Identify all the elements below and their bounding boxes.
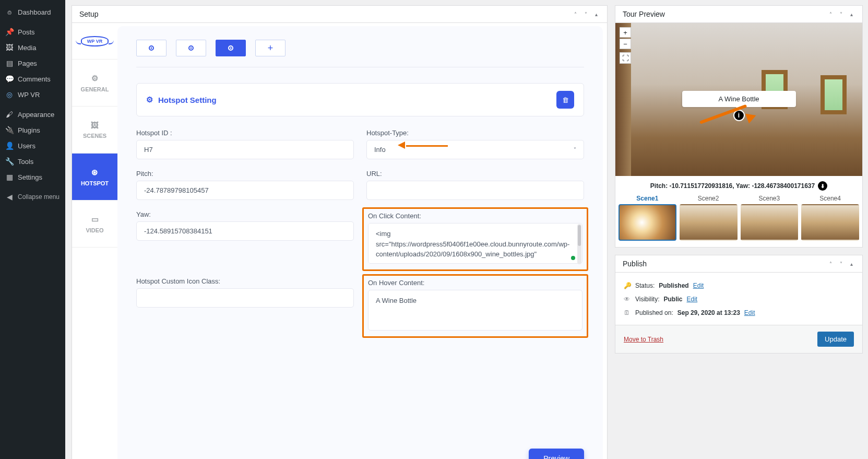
- wpvr-logo-text: WP VR: [81, 36, 109, 46]
- onhover-textarea[interactable]: [368, 290, 582, 331]
- menu-users[interactable]: 👤Users: [0, 138, 65, 154]
- preview-button[interactable]: Preview: [529, 449, 584, 459]
- panel-down-icon[interactable]: ˅: [837, 260, 845, 267]
- eye-icon: 👁: [624, 296, 631, 303]
- fullscreen-button[interactable]: ⛶: [620, 52, 631, 64]
- hotspot-type-select[interactable]: Info ˅: [366, 140, 584, 159]
- comment-icon: 💬: [5, 75, 14, 83]
- visibility-label: Visibility:: [635, 296, 659, 303]
- hotspot-form: + ⚙ Hotspot Setting 🗑 Hotspot ID: [117, 26, 603, 459]
- scene-4-thumbnail: [801, 204, 859, 241]
- onclick-textarea[interactable]: [368, 223, 582, 264]
- scene-2-label: Scene2: [680, 195, 738, 202]
- scene-thumb-4[interactable]: Scene4: [801, 195, 859, 241]
- icon-class-label: Hotspot Custom Icon Class:: [136, 277, 354, 285]
- pitch-input[interactable]: [136, 181, 354, 200]
- delete-hotspot-button[interactable]: 🗑: [556, 91, 574, 109]
- hotspot-type-label: Hotspot-Type:: [366, 129, 584, 137]
- dashboard-icon: ⌾: [5, 8, 14, 16]
- scene-thumb-3[interactable]: Scene3: [741, 195, 799, 241]
- menu-posts[interactable]: 📌Posts: [0, 24, 65, 40]
- setup-panel-header: Setup ˄ ˅ ▴: [72, 6, 607, 23]
- scene-3-thumbnail: [741, 204, 799, 241]
- hotspot-selector-1[interactable]: [136, 40, 167, 56]
- trash-icon: 🗑: [562, 96, 569, 104]
- panel-up-icon[interactable]: ˄: [827, 10, 834, 18]
- menu-media[interactable]: 🖼Media: [0, 40, 65, 55]
- status-edit-link[interactable]: Edit: [693, 282, 704, 289]
- wrench-icon: 🔧: [5, 157, 14, 166]
- hotspot-section-header: ⚙ Hotspot Setting 🗑: [136, 83, 584, 116]
- scene-thumb-2[interactable]: Scene2: [680, 195, 738, 241]
- menu-plugins[interactable]: 🔌Plugins: [0, 122, 65, 138]
- move-to-trash-link[interactable]: Move to Trash: [624, 336, 663, 343]
- tab-video[interactable]: ▭ VIDEO: [72, 201, 117, 248]
- hotspot-type-value: Info: [374, 146, 386, 154]
- hotspot-tooltip: A Wine Bottle: [682, 91, 795, 107]
- hotspot-selector-3[interactable]: [216, 40, 246, 56]
- panel-toggle-icon[interactable]: ▴: [592, 10, 600, 18]
- hotspot-id-input[interactable]: [136, 140, 354, 159]
- pin-icon: 📌: [5, 28, 14, 36]
- status-value: Published: [659, 282, 688, 289]
- brush-icon: 🖌: [5, 110, 14, 119]
- hotspot-add[interactable]: +: [255, 40, 286, 56]
- section-title: Hotspot Setting: [158, 96, 217, 104]
- field-url: URL:: [366, 170, 584, 200]
- onhover-highlight-annotation: On Hover Content:: [362, 274, 588, 338]
- publish-visibility-row: 👁 Visibility: Public Edit: [615, 292, 862, 306]
- url-input[interactable]: [366, 181, 584, 200]
- gear-icon: ⚙: [91, 74, 98, 83]
- annotation-arrow: [700, 121, 752, 134]
- tab-general[interactable]: ⚙ GENERAL: [72, 60, 117, 107]
- scene-4-label: Scene4: [801, 195, 859, 202]
- plugin-icon: 🔌: [5, 126, 14, 134]
- menu-pages-label: Pages: [18, 60, 37, 67]
- settings-icon: ▦: [5, 173, 14, 181]
- wp-admin-sidebar: ⌾Dashboard 📌Posts 🖼Media ▤Pages 💬Comment…: [0, 0, 65, 459]
- vr-icon: ◎: [5, 90, 14, 99]
- menu-tools[interactable]: 🔧Tools: [0, 154, 65, 169]
- save-coords-button[interactable]: ⬇: [818, 181, 827, 191]
- menu-appearance[interactable]: 🖌Appearance: [0, 107, 65, 122]
- panel-down-icon[interactable]: ˅: [837, 10, 845, 18]
- visibility-edit-link[interactable]: Edit: [686, 296, 697, 303]
- menu-dashboard[interactable]: ⌾Dashboard: [0, 4, 65, 20]
- panel-toggle-icon[interactable]: ▴: [848, 260, 855, 267]
- menu-comments-label: Comments: [18, 75, 51, 83]
- panel-toggle-icon[interactable]: ▴: [848, 10, 855, 18]
- hotspot-selector-2[interactable]: [176, 40, 206, 56]
- target-icon: ⊛: [91, 168, 98, 177]
- menu-settings[interactable]: ▦Settings: [0, 169, 65, 185]
- menu-comments[interactable]: 💬Comments: [0, 71, 65, 87]
- tab-scenes[interactable]: 🖼 SCENES: [72, 107, 117, 154]
- coords-text: Pitch: -10.711517720931816, Yaw: -128.46…: [650, 182, 815, 190]
- yaw-label: Yaw:: [136, 210, 354, 218]
- publishedon-edit-link[interactable]: Edit: [744, 309, 755, 316]
- panel-up-icon[interactable]: ˄: [827, 260, 834, 267]
- menu-pages[interactable]: ▤Pages: [0, 55, 65, 71]
- panorama-viewport[interactable]: + − ⛶ A Wine Bottle i: [615, 23, 862, 176]
- onhover-label: On Hover Content:: [368, 279, 424, 287]
- menu-collapse-label: Collapse menu: [18, 193, 60, 201]
- room-window: [821, 75, 847, 114]
- yaw-input[interactable]: [136, 221, 354, 241]
- scene-thumb-1[interactable]: Scene1: [619, 195, 676, 241]
- panel-up-icon[interactable]: ˄: [572, 10, 579, 18]
- zoom-out-button[interactable]: −: [620, 39, 631, 49]
- publishedon-value: Sep 29, 2020 at 13:23: [677, 309, 740, 316]
- tour-preview-title: Tour Preview: [623, 10, 665, 18]
- scene-1-thumbnail: [619, 204, 676, 241]
- panel-down-icon[interactable]: ˅: [582, 10, 589, 18]
- field-hotspot-type: Hotspot-Type: Info ˅: [366, 129, 584, 159]
- icon-class-input[interactable]: [136, 288, 354, 308]
- zoom-in-button[interactable]: +: [620, 27, 631, 38]
- tab-hotspot[interactable]: ⊛ HOTSPOT: [72, 154, 117, 201]
- menu-wpvr[interactable]: ◎WP VR: [0, 87, 65, 102]
- tab-hotspot-label: HOTSPOT: [81, 180, 109, 186]
- scene-1-label: Scene1: [619, 195, 676, 202]
- update-button[interactable]: Update: [817, 332, 854, 347]
- menu-collapse[interactable]: ◀Collapse menu: [0, 189, 65, 205]
- key-icon: 🔑: [624, 282, 631, 289]
- scrollbar[interactable]: [577, 224, 581, 264]
